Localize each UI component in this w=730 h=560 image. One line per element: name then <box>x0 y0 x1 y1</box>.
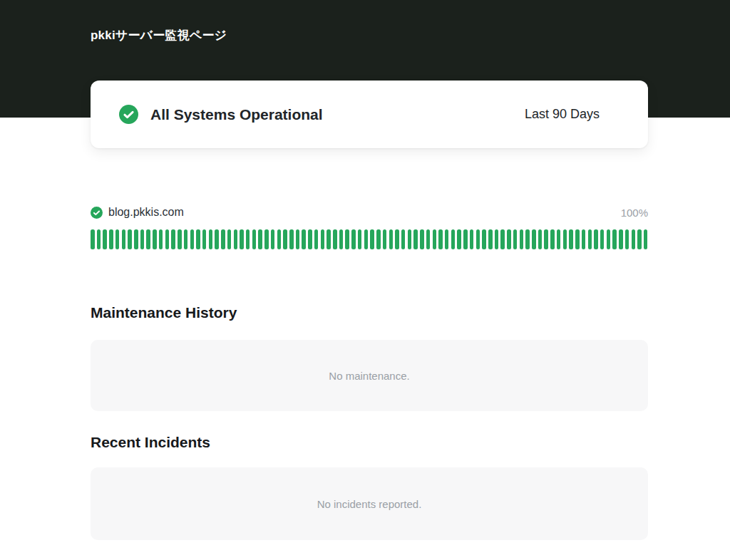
uptime-day-bar[interactable] <box>128 229 132 249</box>
uptime-day-bar[interactable] <box>140 229 145 249</box>
uptime-day-bar[interactable] <box>345 229 349 249</box>
uptime-day-bar[interactable] <box>600 229 605 249</box>
uptime-day-bar[interactable] <box>389 229 394 249</box>
uptime-day-bar[interactable] <box>159 229 163 249</box>
uptime-day-bar[interactable] <box>507 229 511 249</box>
uptime-day-bar[interactable] <box>488 229 493 249</box>
uptime-day-bar[interactable] <box>445 229 449 249</box>
maintenance-history-heading: Maintenance History <box>91 304 648 321</box>
uptime-day-bar[interactable] <box>495 229 499 249</box>
uptime-day-bar[interactable] <box>575 229 580 249</box>
uptime-day-bar[interactable] <box>115 229 120 249</box>
uptime-day-bar[interactable] <box>644 229 648 249</box>
uptime-day-bar[interactable] <box>457 229 461 249</box>
uptime-day-bar[interactable] <box>227 229 232 249</box>
uptime-day-bar[interactable] <box>153 229 157 249</box>
uptime-day-bar[interactable] <box>165 229 170 249</box>
uptime-day-bar[interactable] <box>264 229 269 249</box>
page-bottom-spacer <box>91 540 648 560</box>
uptime-day-bar[interactable] <box>451 229 456 249</box>
uptime-day-bar[interactable] <box>209 229 213 249</box>
monitor-uptime-percent: 100% <box>621 207 648 219</box>
uptime-day-bar[interactable] <box>420 229 424 249</box>
uptime-day-bar[interactable] <box>563 229 567 249</box>
uptime-day-bar[interactable] <box>252 229 257 249</box>
uptime-day-bar[interactable] <box>351 229 356 249</box>
uptime-day-bar[interactable] <box>525 229 530 249</box>
monitor-identity: blog.pkkis.com <box>91 206 184 219</box>
uptime-day-bar[interactable] <box>513 229 518 249</box>
uptime-day-bar[interactable] <box>283 229 287 249</box>
uptime-day-bar[interactable] <box>289 229 294 249</box>
uptime-day-bar[interactable] <box>196 229 200 249</box>
uptime-day-bar[interactable] <box>544 229 548 249</box>
uptime-day-bar[interactable] <box>308 229 312 249</box>
uptime-day-bar[interactable] <box>619 229 623 249</box>
uptime-day-bar[interactable] <box>109 229 113 249</box>
uptime-day-bar[interactable] <box>582 229 586 249</box>
uptime-day-bar[interactable] <box>190 229 195 249</box>
uptime-day-bar[interactable] <box>383 229 387 249</box>
uptime-day-bar[interactable] <box>520 229 524 249</box>
uptime-day-bar[interactable] <box>221 229 225 249</box>
uptime-day-bar[interactable] <box>184 229 188 249</box>
uptime-day-bar[interactable] <box>476 229 480 249</box>
uptime-day-bar[interactable] <box>401 229 406 249</box>
uptime-day-bar[interactable] <box>302 229 306 249</box>
uptime-day-bar[interactable] <box>234 229 238 249</box>
uptime-day-bar[interactable] <box>178 229 182 249</box>
uptime-day-bar[interactable] <box>612 229 617 249</box>
uptime-day-bar[interactable] <box>408 229 412 249</box>
uptime-day-bar[interactable] <box>258 229 262 249</box>
maintenance-empty-box: No maintenance. <box>91 340 648 411</box>
uptime-day-bar[interactable] <box>240 229 244 249</box>
uptime-day-bar[interactable] <box>588 229 592 249</box>
uptime-day-bar[interactable] <box>321 229 325 249</box>
uptime-day-bar[interactable] <box>339 229 344 249</box>
uptime-day-bar[interactable] <box>327 229 331 249</box>
uptime-day-bar[interactable] <box>314 229 319 249</box>
uptime-day-bar[interactable] <box>463 229 468 249</box>
uptime-day-bar[interactable] <box>413 229 418 249</box>
uptime-day-bar[interactable] <box>470 229 474 249</box>
uptime-day-bar[interactable] <box>103 229 107 249</box>
uptime-day-bar[interactable] <box>538 229 543 249</box>
uptime-day-bar[interactable] <box>370 229 374 249</box>
incidents-empty-box: No incidents reported. <box>91 467 648 540</box>
uptime-day-bar[interactable] <box>625 229 629 249</box>
uptime-day-bar[interactable] <box>433 229 437 249</box>
check-circle-icon <box>119 105 138 124</box>
uptime-day-bar[interactable] <box>395 229 399 249</box>
uptime-day-bar[interactable] <box>146 229 150 249</box>
uptime-day-bar[interactable] <box>438 229 443 249</box>
uptime-day-bar[interactable] <box>91 229 95 249</box>
uptime-day-bar[interactable] <box>271 229 275 249</box>
uptime-day-bar[interactable] <box>364 229 369 249</box>
uptime-day-bar[interactable] <box>500 229 505 249</box>
uptime-day-bar[interactable] <box>171 229 175 249</box>
uptime-day-bar[interactable] <box>277 229 282 249</box>
uptime-day-bar[interactable] <box>97 229 101 249</box>
uptime-day-bar[interactable] <box>215 229 219 249</box>
uptime-day-bar[interactable] <box>296 229 300 249</box>
uptime-day-bar[interactable] <box>632 229 636 249</box>
uptime-day-bar[interactable] <box>426 229 431 249</box>
uptime-day-bar[interactable] <box>333 229 337 249</box>
uptime-day-bar[interactable] <box>607 229 611 249</box>
uptime-day-bar[interactable] <box>557 229 561 249</box>
uptime-day-bar[interactable] <box>550 229 555 249</box>
uptime-day-bar[interactable] <box>482 229 486 249</box>
uptime-day-bar[interactable] <box>122 229 126 249</box>
uptime-history-bars[interactable] <box>91 229 648 249</box>
uptime-day-bar[interactable] <box>246 229 250 249</box>
uptime-day-bar[interactable] <box>202 229 207 249</box>
uptime-day-bar[interactable] <box>637 229 642 249</box>
uptime-day-bar[interactable] <box>594 229 598 249</box>
uptime-day-bar[interactable] <box>358 229 362 249</box>
uptime-day-bar[interactable] <box>134 229 138 249</box>
uptime-day-bar[interactable] <box>376 229 381 249</box>
uptime-day-bar[interactable] <box>569 229 573 249</box>
uptime-day-bar[interactable] <box>532 229 536 249</box>
monitor-row: blog.pkkis.com 100% <box>91 204 648 249</box>
main-content: All Systems Operational Last 90 Days blo… <box>91 81 648 560</box>
